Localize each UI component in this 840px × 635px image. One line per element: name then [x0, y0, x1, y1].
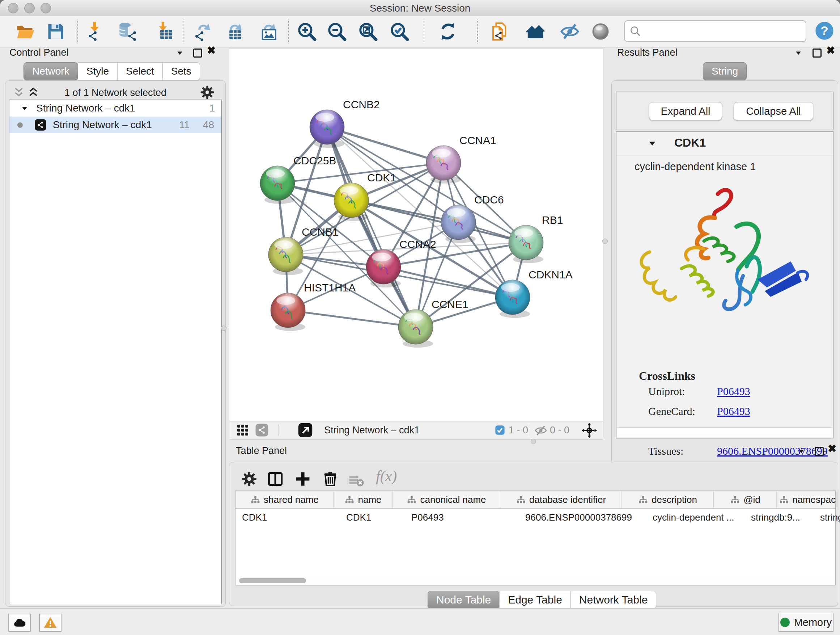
node-HIST1H1A[interactable]: [271, 293, 305, 328]
edge-CDK1-RB1[interactable]: [351, 200, 526, 242]
zoom-in-icon[interactable]: [296, 21, 317, 42]
hide-labels-icon[interactable]: [559, 21, 580, 42]
column-header--id[interactable]: @id: [714, 491, 777, 508]
import-network-database-icon[interactable]: [117, 21, 138, 42]
table-cell[interactable]: CDK1: [340, 509, 405, 526]
zoom-fit-icon[interactable]: [357, 21, 378, 42]
table-columns-icon[interactable]: [267, 470, 284, 488]
node-RB1[interactable]: [508, 225, 543, 260]
node-CDC25B[interactable]: [260, 166, 295, 201]
string-protein-query-icon[interactable]: [489, 21, 510, 42]
string-home-icon[interactable]: [525, 21, 546, 42]
refresh-view-icon[interactable]: [437, 21, 458, 42]
right-splitter-handle[interactable]: [602, 239, 608, 244]
open-session-icon[interactable]: [15, 21, 36, 42]
column-header-canonical-name[interactable]: canonical name: [393, 491, 500, 508]
search-input[interactable]: [641, 23, 806, 39]
collapse-all-button[interactable]: Collapse All: [734, 102, 813, 120]
tab-string[interactable]: String: [703, 62, 747, 80]
table-hscrollbar-thumb[interactable]: [239, 578, 306, 583]
crosslink-link[interactable]: 9606.ENSP00000378699: [717, 445, 828, 457]
export-network-icon[interactable]: [192, 21, 213, 42]
table-panel-float-icon[interactable]: [815, 447, 824, 456]
column-header-database-identifier[interactable]: database identifier: [500, 491, 622, 508]
table-cell[interactable]: CDK1: [235, 509, 340, 526]
save-session-icon[interactable]: [45, 21, 66, 42]
column-header-namespac[interactable]: namespac: [777, 491, 838, 508]
gene-header[interactable]: CDK1: [616, 132, 833, 156]
table-cell[interactable]: P06493: [405, 509, 519, 526]
zoom-selected-icon[interactable]: [389, 21, 410, 42]
node-CCNB2[interactable]: [309, 110, 344, 144]
left-splitter-handle[interactable]: [221, 325, 226, 331]
crosslink-link[interactable]: P06493: [717, 405, 750, 417]
tab-select[interactable]: Select: [117, 62, 163, 80]
open-in-window-icon[interactable]: [297, 422, 313, 438]
table-cell[interactable]: stringdb: [813, 509, 840, 526]
birds-eye-grid-icon[interactable]: [236, 423, 249, 437]
search-field[interactable]: [624, 20, 806, 42]
selected-checkbox-icon[interactable]: [494, 424, 506, 436]
table-cell[interactable]: 9606.ENSP00000378699: [519, 509, 646, 526]
control-panel-collapse-icon[interactable]: [176, 49, 184, 57]
memory-button[interactable]: Memory: [778, 613, 834, 632]
control-panel-close-icon[interactable]: ✖: [207, 46, 216, 54]
tab-edge-table[interactable]: Edge Table: [499, 591, 571, 609]
column-sort-icon: [729, 494, 741, 505]
column-header-description[interactable]: description: [622, 491, 714, 508]
results-panel-collapse-icon[interactable]: [794, 49, 802, 57]
node-label-CCNA1: CCNA1: [459, 134, 496, 146]
tab-network[interactable]: Network: [24, 62, 78, 80]
share-gray-icon[interactable]: [255, 423, 269, 437]
node-CDKN1A[interactable]: [495, 280, 530, 315]
expand-all-button[interactable]: Expand All: [649, 102, 722, 120]
edge-CCNE1-HIST1H1A[interactable]: [288, 310, 416, 327]
node-label-CDC6: CDC6: [474, 194, 504, 206]
column-header-shared-name[interactable]: shared name: [235, 491, 333, 508]
tab-network-table[interactable]: Network Table: [570, 591, 657, 609]
tab-style[interactable]: Style: [78, 62, 118, 80]
zoom-out-icon[interactable]: [326, 21, 347, 42]
table-row[interactable]: CDK1CDK1P064939606.ENSP00000378699cyclin…: [235, 509, 835, 526]
table-cell[interactable]: stringdb:9...: [745, 509, 813, 526]
gene-panel-scrollbar[interactable]: [617, 427, 832, 437]
node-CCNA1[interactable]: [426, 146, 461, 180]
warning-icon[interactable]: [39, 614, 62, 632]
table-panel-close-icon[interactable]: ✖: [828, 445, 836, 453]
bottom-splitter-handle[interactable]: [531, 439, 536, 444]
network-tree-row[interactable]: String Network – cdk1 11 48: [9, 117, 221, 133]
results-panel-float-icon[interactable]: [813, 49, 821, 57]
export-table-icon[interactable]: [223, 21, 244, 42]
column-header-name[interactable]: name: [333, 491, 393, 508]
table-gear-icon[interactable]: [240, 470, 258, 488]
results-panel-close-icon[interactable]: ✖: [826, 46, 835, 54]
string-sphere-icon[interactable]: [590, 21, 611, 42]
tab-sets[interactable]: Sets: [163, 62, 200, 80]
crosshair-icon[interactable]: [581, 422, 598, 439]
edge-CCNB2-CCNA1[interactable]: [327, 127, 444, 163]
node-CCNA2[interactable]: [366, 249, 401, 284]
node-CDC6[interactable]: [441, 205, 476, 240]
table-panel-collapse-icon[interactable]: [797, 448, 805, 455]
table-add-icon[interactable]: [294, 470, 311, 488]
triangle-down-icon[interactable]: [20, 104, 29, 113]
search-icon: [629, 25, 641, 37]
crosslink-link[interactable]: P06493: [717, 385, 750, 397]
triangle-down-icon[interactable]: [647, 139, 657, 149]
table-cell[interactable]: cyclin-dependent ...: [646, 509, 745, 526]
control-panel-float-icon[interactable]: [193, 49, 202, 57]
cloud-icon[interactable]: [8, 614, 31, 632]
node-CCNB1[interactable]: [268, 237, 303, 272]
help-icon[interactable]: ?: [814, 20, 835, 41]
node-CCNE1[interactable]: [398, 310, 433, 344]
tab-node-table[interactable]: Node Table: [428, 591, 500, 609]
table-delete-icon[interactable]: [322, 470, 339, 488]
import-table-file-icon[interactable]: [152, 21, 173, 42]
node-CDK1[interactable]: [334, 183, 369, 218]
export-image-icon[interactable]: [257, 21, 278, 42]
network-canvas[interactable]: CCNB2CCNA1CDC25BCDK1CDC6RB1CCNB1CCNA2CDK…: [229, 48, 603, 422]
gear-icon[interactable]: [199, 84, 215, 100]
edge-CCNB2-CCNE1[interactable]: [327, 127, 416, 327]
network-tree-root-row[interactable]: String Network – cdk1 1: [9, 100, 221, 117]
import-network-file-icon[interactable]: [84, 21, 105, 42]
